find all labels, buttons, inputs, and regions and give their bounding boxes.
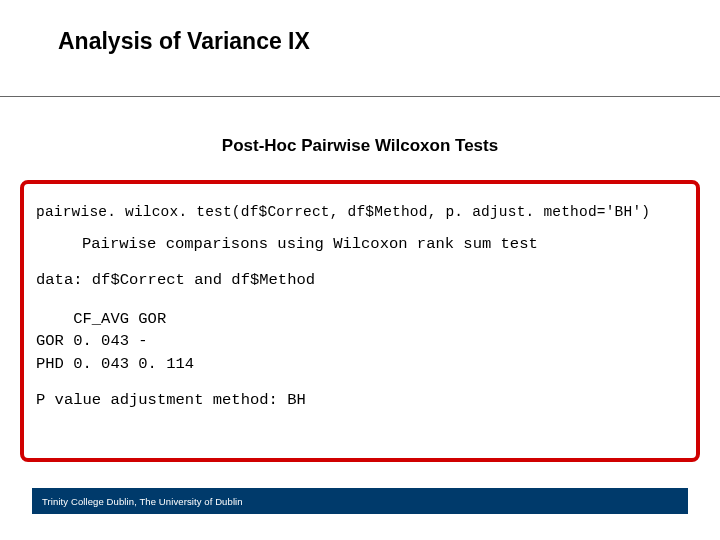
divider [0,96,720,97]
footer-bar: Trinity College Dublin, The University o… [32,488,688,514]
code-pvalue-line: P value adjustment method: BH [36,389,684,411]
code-data-line: data: df$Correct and df$Method [36,269,684,291]
slide-subtitle: Post-Hoc Pairwise Wilcoxon Tests [0,136,720,156]
slide: Analysis of Variance IX Post-Hoc Pairwis… [0,0,720,540]
code-description: Pairwise comparisons using Wilcoxon rank… [36,233,684,255]
footer-text: Trinity College Dublin, The University o… [42,496,243,507]
slide-title: Analysis of Variance IX [58,28,310,55]
code-box: pairwise. wilcox. test(df$Correct, df$Me… [20,180,700,462]
code-call: pairwise. wilcox. test(df$Correct, df$Me… [36,202,684,223]
code-table: CF_AVG GOR GOR 0. 043 - PHD 0. 043 0. 11… [36,308,684,375]
